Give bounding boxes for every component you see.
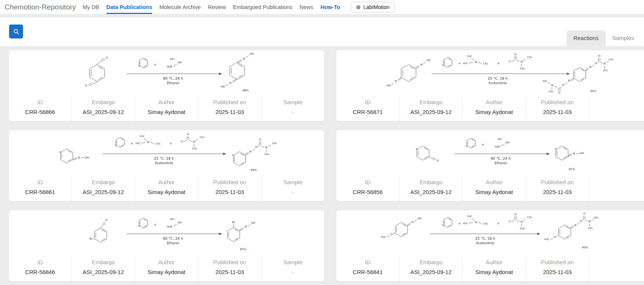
tab-reactions[interactable]: Reactions — [567, 30, 605, 46]
reaction-arrow — [430, 233, 541, 235]
reaction-scheme: N OH N HO N + H₃C H₃C N — [336, 50, 644, 96]
publication-card-crr-56866[interactable]: O O N + HCl H₂N OH — [8, 50, 325, 122]
atom-label: CH₃ — [483, 62, 488, 65]
reaction-scheme-svg: H₃C O N OH N + H₃C H₃C — [373, 211, 615, 256]
col-header: ID — [9, 99, 71, 105]
search-button[interactable] — [9, 25, 23, 39]
tab-samples[interactable]: Samples — [605, 30, 641, 46]
labimotion-button[interactable]: ⊛ LabIMotion — [351, 2, 395, 12]
plus-sign: + — [154, 223, 156, 226]
atom-label: HO — [387, 84, 391, 87]
atom-label: N — [475, 60, 477, 64]
plus-sign: + — [169, 142, 172, 145]
app-brand[interactable]: Chemotion-Repository — [5, 3, 76, 11]
nav-item-data-publications[interactable]: Data Publications — [106, 0, 153, 14]
atom-label: N — [604, 62, 605, 65]
atom-label: OH — [177, 221, 182, 224]
conditions-line1: 25 °C, 18 h — [475, 236, 495, 240]
product-structure: N O O N CH₃ CH₃ N O — [542, 54, 613, 94]
atom-label: N — [442, 223, 444, 227]
nav-item-embargoed-publications[interactable]: Embargoed Publications — [233, 0, 292, 14]
nav-item-how-to[interactable]: How-To — [320, 0, 340, 14]
publication-card-crr-56871[interactable]: N OH N HO N + H₃C H₃C N — [336, 50, 644, 122]
meta-col-embargo: Embargo ASI_2025-09-12 — [71, 96, 134, 121]
col-header: ID — [9, 179, 71, 185]
publication-card-crr-56856[interactable]: N O N + HCl H₂N OH — [336, 130, 644, 202]
atom-label: CH₃ — [548, 90, 553, 93]
conditions-line2: Acetonitrile — [488, 81, 507, 85]
atom-label: N — [573, 152, 575, 155]
author-value: Simay Aydonat — [463, 109, 525, 115]
publication-card-crr-56861[interactable]: N N OH N + H₃C H₃C N CH₃ — [8, 130, 325, 202]
atom-label: H₃C — [463, 222, 468, 225]
atom-label: O — [187, 132, 189, 136]
reactant-structure: N O — [416, 146, 439, 163]
atom-label: Cl — [508, 60, 511, 63]
published-value: 2025-11-03 — [526, 109, 589, 115]
reaction-arrow — [126, 72, 222, 75]
atom-label: HO — [221, 85, 225, 88]
atom-label: CH₃ — [483, 222, 488, 225]
embargo-value: ASI_2025-09-12 — [72, 109, 134, 115]
nav-item-molecule-archive[interactable]: Molecule Archive — [159, 0, 201, 14]
nav-item-news[interactable]: News — [300, 0, 313, 14]
publication-card-crr-56846[interactable]: Br O N + HCl H₂N OH — [8, 210, 325, 282]
meta-col-published: Published on 2025-11-03 — [198, 96, 261, 121]
atom-label: N — [243, 57, 245, 60]
meta-col-id: ID CRR-56866 — [9, 96, 71, 121]
nav-item-my-db[interactable]: My DB — [83, 0, 99, 14]
publication-meta-table: ID CRR-56856 Embargo ASI_2025-09-12 Auth… — [336, 176, 644, 201]
product-structure: N N OH — [555, 146, 584, 160]
reaction-scheme-svg: N OH N HO N + H₃C H₃C N — [373, 51, 615, 96]
atom-label: N — [78, 156, 80, 159]
reagents: N + HCl H₂N OH — [466, 137, 510, 149]
atom-label: N — [115, 143, 117, 147]
atom-label: H₂N — [495, 145, 499, 148]
publication-card-crr-56841[interactable]: H₃C O N OH N + H₃C H₃C — [336, 210, 644, 282]
reaction-arrow — [432, 72, 570, 75]
meta-col-embargo: Embargo ASI_2025-09-12 — [399, 96, 462, 121]
col-header: Published on — [526, 179, 589, 185]
conditions-line1: 80 °C, 24 h — [163, 76, 183, 80]
col-header: Embargo — [399, 99, 462, 105]
meta-col-sample — [589, 176, 644, 201]
atom-label: HCl — [498, 137, 502, 141]
atom-label: N — [138, 224, 140, 228]
atom-label: OH — [580, 151, 584, 155]
publication-id: CRR-56871 — [336, 109, 399, 115]
publication-id: CRR-56841 — [336, 269, 399, 275]
atom-label: O — [255, 145, 257, 149]
meta-col-published: Published on 2025-11-03 — [198, 176, 261, 201]
publication-meta-table: ID CRR-56871 Embargo ASI_2025-09-12 Auth… — [336, 96, 644, 121]
meta-col-author: Author Simay Aydonat — [135, 256, 198, 281]
nav-links: My DB Data Publications Molecule Archive… — [83, 0, 340, 14]
col-header: Author — [135, 99, 198, 105]
atom-label: HCl — [170, 217, 174, 221]
reactant-structure: Br O — [89, 218, 108, 242]
atom-label: CH₃ — [609, 58, 613, 61]
meta-col-embargo: Embargo ASI_2025-09-12 — [71, 176, 134, 201]
plus-sign: + — [497, 62, 500, 65]
atom-label: H₂N — [167, 225, 172, 228]
col-header: Published on — [526, 99, 589, 105]
meta-col-author: Author Simay Aydonat — [462, 176, 525, 201]
atom-label: OH — [251, 221, 255, 225]
search-icon — [13, 28, 20, 35]
reagents: N + HCl H₂N OH — [138, 57, 182, 69]
nav-item-review[interactable]: Review — [208, 0, 226, 14]
conditions-line2: Ethanol — [167, 81, 179, 85]
atom-label: O — [554, 235, 556, 239]
col-header: Published on — [198, 179, 261, 185]
atom-label: O — [558, 91, 561, 94]
atom-label: CH₃ — [593, 216, 598, 219]
col-header: Published on — [198, 99, 261, 105]
col-header: Published on — [198, 259, 261, 265]
atom-label: Cl — [181, 140, 183, 143]
atom-label: N — [589, 65, 591, 69]
meta-col-embargo: Embargo ASI_2025-09-12 — [399, 176, 462, 201]
atom-label: N — [60, 151, 62, 154]
embargo-value: ASI_2025-09-12 — [72, 189, 134, 195]
meta-col-embargo: Embargo ASI_2025-09-12 — [71, 256, 134, 281]
plus-sign: + — [497, 222, 500, 225]
atom-label: N — [229, 81, 231, 85]
